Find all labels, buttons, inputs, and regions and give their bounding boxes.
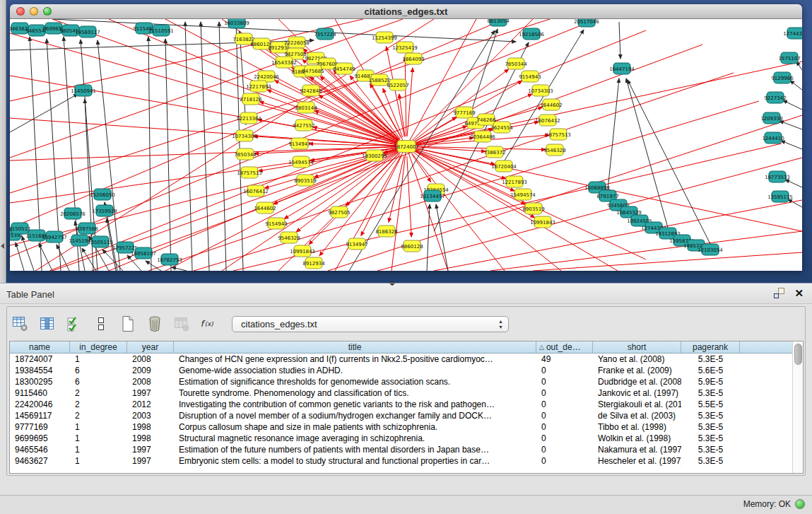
network-node[interactable]: 12217893 — [502, 176, 527, 187]
network-node[interactable]: 1244410 — [762, 132, 784, 144]
network-node[interactable]: 9546328 — [278, 232, 300, 243]
network-node[interactable]: 9129966 — [771, 72, 794, 83]
network-node[interactable]: 18757513 — [546, 129, 571, 140]
network-node[interactable]: 7357224 — [314, 28, 336, 40]
table-row[interactable]: 977716911998Corpus callosum shape and si… — [10, 421, 803, 433]
cell-pagerank: 5.3E-5 — [681, 387, 740, 399]
table-row[interactable]: 969969511998Structural magnetic resonanc… — [10, 433, 803, 444]
table-row[interactable]: 1938455462009Genome-wide association stu… — [10, 365, 803, 376]
table-row[interactable]: 946362711997Embryonic stem cells: a mode… — [10, 455, 803, 467]
table-mode-button[interactable] — [11, 314, 30, 334]
network-node[interactable]: 1644602 — [540, 99, 562, 110]
network-node[interactable]: 1644602 — [254, 202, 276, 214]
table-row[interactable]: 1456911722003Disruption of a novel membe… — [10, 410, 803, 421]
column-header-short[interactable]: short — [593, 341, 681, 354]
delete-table-button[interactable] — [172, 314, 191, 334]
network-node[interactable]: 8912934 — [302, 257, 325, 269]
network-node[interactable]: 8427552 — [293, 119, 314, 131]
column-header-name[interactable]: name — [10, 341, 70, 354]
network-node[interactable]: 9397588 — [76, 223, 98, 234]
network-node[interactable]: 20206576 — [60, 208, 86, 219]
network-node[interactable]: 2803144 — [295, 102, 317, 113]
network-node[interactable]: 12325419 — [392, 42, 418, 53]
network-node[interactable]: 11450941 — [71, 85, 96, 96]
network-node[interactable]: 7850344 — [505, 58, 527, 69]
network-node[interactable]: 9242848 — [300, 85, 322, 96]
network-node[interactable]: 1209338 — [760, 112, 782, 124]
column-header-in_degree[interactable]: in_degree — [70, 341, 127, 354]
network-node[interactable]: 1864093 — [402, 53, 424, 64]
network-node[interactable]: 16076412 — [535, 115, 560, 126]
network-node[interactable]: 16447194 — [609, 63, 635, 74]
cell-out_degree: 0 — [536, 421, 593, 433]
side-panel-divider[interactable] — [0, 0, 6, 283]
network-node[interactable]: 13595115 — [767, 191, 793, 202]
network-node[interactable]: 12213364 — [236, 112, 261, 124]
network-node[interactable]: 7386372 — [483, 146, 505, 158]
network-node[interactable]: 10991843 — [530, 216, 555, 228]
network-node[interactable]: 8903519 — [294, 175, 316, 186]
table-row[interactable]: 1830029562008Estimation of significance … — [10, 376, 803, 387]
network-node[interactable]: 8186328 — [375, 226, 397, 237]
network-node[interactable]: 16773533 — [765, 171, 790, 182]
window-titlebar[interactable]: citations_edges.txt — [10, 4, 802, 19]
network-node[interactable]: 9475685 — [302, 65, 324, 76]
network-node[interactable]: 16782753 — [157, 254, 182, 265]
network-node[interactable]: 16033809 — [224, 19, 249, 28]
table-row[interactable]: 911546021997Tourette syndrome. Phenomeno… — [10, 387, 803, 399]
network-node[interactable]: 16076412 — [243, 185, 269, 197]
table-row[interactable]: 946554611997Estimation of the future num… — [10, 444, 803, 455]
network-node[interactable]: 8454749 — [333, 63, 355, 74]
svg-text:16720404: 16720404 — [491, 164, 517, 170]
new-column-button[interactable] — [119, 314, 137, 334]
network-node[interactable]: 9827505 — [328, 206, 350, 218]
panel-collapse-arrow[interactable] — [1, 243, 4, 249]
table-row[interactable]: 2242004622012Investigating the contribut… — [10, 399, 803, 410]
network-node[interactable]: 18300295 — [362, 150, 387, 161]
network-node[interactable]: 9227342 — [764, 92, 786, 103]
table-row[interactable]: 1872400712008Changes of HCN gene express… — [10, 354, 803, 365]
network-node[interactable]: 10991843 — [290, 245, 315, 257]
network-node[interactable]: 9134947 — [288, 138, 310, 149]
column-header-filler[interactable] — [740, 341, 793, 354]
network-node[interactable]: 8903519 — [522, 203, 544, 214]
select-columns-button[interactable] — [65, 314, 83, 334]
network-node[interactable]: 9154943 — [265, 218, 287, 229]
svg-text:18300295: 18300295 — [362, 153, 387, 159]
function-builder-button[interactable]: f (x) — [199, 314, 218, 334]
column-header-pagerank[interactable]: pagerank — [681, 341, 740, 354]
network-node[interactable]: 9777169 — [453, 107, 475, 118]
network-node[interactable]: 8860128 — [401, 240, 423, 252]
column-visibility-button[interactable] — [38, 314, 57, 334]
network-node[interactable]: 3624554 — [490, 122, 513, 133]
network-node[interactable]: 1575107 — [778, 52, 800, 64]
network-node[interactable]: 12744303 — [783, 28, 802, 39]
network-node[interactable]: 9134947 — [346, 238, 367, 250]
network-node[interactable]: 7850344 — [234, 148, 257, 160]
network-node[interactable]: 20517046 — [574, 19, 599, 27]
svg-text:16447194: 16447194 — [609, 66, 635, 72]
network-canvas[interactable]: 7163822886012889129342222605898275051654… — [10, 19, 802, 271]
column-header-title[interactable]: title — [174, 341, 536, 354]
network-node[interactable]: 18724007 — [394, 141, 419, 153]
network-node[interactable]: 9546328 — [543, 144, 565, 156]
row-height-button[interactable] — [92, 314, 110, 334]
network-node[interactable]: 8813054 — [487, 19, 510, 26]
network-node[interactable]: 2718126 — [240, 93, 262, 105]
network-node[interactable]: 19218506 — [519, 28, 544, 40]
close-panel-icon[interactable]: ✕ — [794, 288, 804, 298]
column-header-year[interactable]: year — [127, 341, 174, 354]
delete-column-button[interactable] — [146, 314, 164, 334]
network-node[interactable]: 9154943 — [519, 71, 541, 82]
float-panel-icon[interactable] — [774, 288, 784, 298]
table-selector-dropdown[interactable]: citations_edges.txt ▲▼ — [232, 316, 509, 332]
network-node[interactable]: 16720404 — [491, 160, 517, 172]
column-header-out_de…[interactable]: △out_de… — [536, 341, 593, 354]
split-pane-handle[interactable] — [388, 281, 396, 285]
network-node[interactable]: 11254399 — [372, 32, 397, 43]
network-node[interactable]: 10734303 — [232, 130, 257, 141]
network-node[interactable]: 25206050 — [90, 189, 115, 200]
table-scrollbar[interactable] — [792, 341, 803, 473]
network-node[interactable]: 6522057 — [387, 79, 408, 90]
scrollbar-thumb[interactable] — [794, 344, 802, 365]
